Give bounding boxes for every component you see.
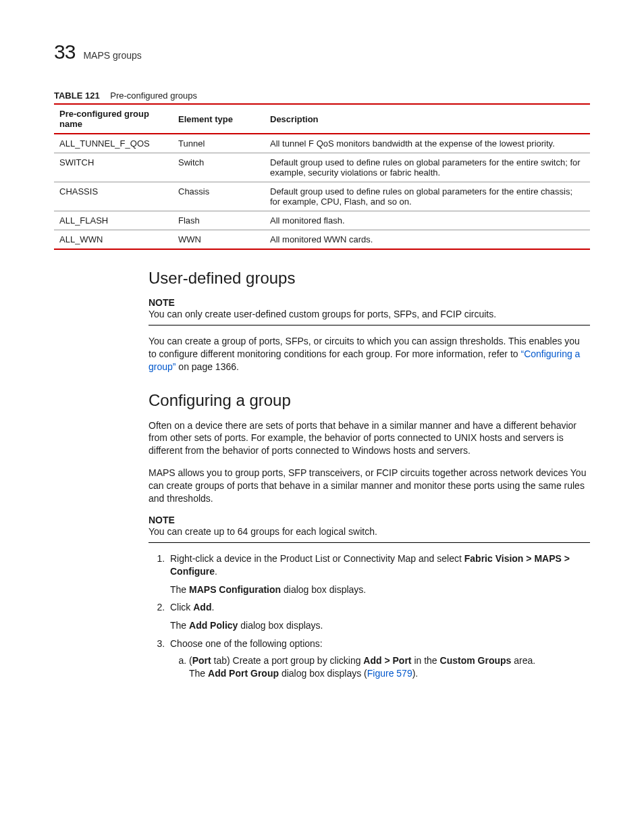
substep-a: (Port tab) Create a port group by clicki…: [189, 654, 590, 680]
cell-name: ALL_FLASH: [54, 211, 173, 230]
ui-name: MAPS Configuration: [189, 584, 281, 595]
text: .: [215, 566, 217, 577]
preconfigured-groups-table: Pre-configured group name Element type D…: [54, 103, 590, 250]
xref-figure-579[interactable]: Figure 579: [367, 668, 412, 679]
table-col-name: Pre-configured group name: [54, 104, 173, 134]
text: ).: [412, 668, 419, 679]
heading-user-defined-groups: User-defined groups: [149, 269, 590, 288]
table-col-desc: Description: [265, 104, 590, 134]
step-3: Choose one of the following options: (Po…: [167, 637, 590, 680]
note-text: You can create up to 64 groups for each …: [149, 525, 590, 538]
cell-type: Switch: [173, 153, 265, 182]
ui-name: Custom Groups: [440, 655, 512, 666]
text: Right-click a device in the Product List…: [170, 553, 464, 564]
chapter-number: 33: [54, 41, 75, 63]
paragraph: MAPS allows you to group ports, SFP tran…: [149, 467, 590, 505]
text: dialog box displays.: [281, 584, 366, 595]
text: Click: [170, 602, 193, 613]
text: Choose one of the following options:: [170, 638, 323, 649]
ui-name: Add Policy: [189, 620, 238, 631]
text: The: [189, 668, 208, 679]
cell-type: Tunnel: [173, 134, 265, 153]
paragraph: You can create a group of ports, SFPs, o…: [149, 335, 590, 373]
table-col-type: Element type: [173, 104, 265, 134]
chapter-title: MAPS groups: [83, 50, 141, 61]
step-result: The Add Port Group dialog box displays (…: [189, 667, 590, 680]
cell-name: ALL_TUNNEL_F_QOS: [54, 134, 173, 153]
table-header-row: Pre-configured group name Element type D…: [54, 104, 590, 134]
text: You can create a group of ports, SFPs, o…: [149, 336, 580, 359]
note-label: NOTE: [149, 297, 590, 308]
step-result: The MAPS Configuration dialog box displa…: [170, 583, 590, 596]
table-row: ALL_WWN WWN All monitored WWN cards.: [54, 230, 590, 250]
table-row: CHASSIS Chassis Default group used to de…: [54, 182, 590, 211]
cell-desc: Default group used to define rules on gl…: [265, 153, 590, 182]
text: in the: [412, 655, 440, 666]
heading-configuring-a-group: Configuring a group: [149, 391, 590, 410]
table-caption-text: Pre-configured groups: [110, 90, 197, 101]
text: on page 1366.: [176, 361, 238, 372]
text: area.: [511, 655, 535, 666]
table-row: ALL_TUNNEL_F_QOS Tunnel All tunnel F QoS…: [54, 134, 590, 153]
step-2: Click Add. The Add Policy dialog box dis…: [167, 601, 590, 632]
table-row: SWITCH Switch Default group used to defi…: [54, 153, 590, 182]
text: dialog box displays.: [238, 620, 323, 631]
procedure-steps: Right-click a device in the Product List…: [149, 552, 590, 680]
table-row: ALL_FLASH Flash All monitored flash.: [54, 211, 590, 230]
step-result: The Add Policy dialog box displays.: [170, 619, 590, 632]
ui-name: Port: [192, 655, 211, 666]
cell-type: Flash: [173, 211, 265, 230]
paragraph: Often on a device there are sets of port…: [149, 419, 590, 458]
running-header: 33 MAPS groups: [54, 41, 590, 63]
cell-name: ALL_WWN: [54, 230, 173, 250]
cell-desc: All tunnel F QoS monitors bandwidth at t…: [265, 134, 590, 153]
note-block: NOTE You can create up to 64 groups for …: [149, 515, 590, 543]
text: tab) Create a port group by clicking: [211, 655, 364, 666]
cell-desc: Default group used to define rules on gl…: [265, 182, 590, 211]
ui-name: Add: [193, 602, 211, 613]
text: .: [211, 602, 214, 613]
ui-path: Add > Port: [363, 655, 411, 666]
table-caption: TABLE 121 Pre-configured groups: [54, 90, 590, 101]
note-label: NOTE: [149, 515, 590, 525]
text: dialog box displays (: [279, 668, 367, 679]
cell-desc: All monitored WWN cards.: [265, 230, 590, 250]
cell-name: CHASSIS: [54, 182, 173, 211]
text: The: [170, 620, 189, 631]
cell-type: Chassis: [173, 182, 265, 211]
note-block: NOTE You can only create user-defined cu…: [149, 297, 590, 325]
text: The: [170, 584, 189, 595]
note-text: You can only create user-defined custom …: [149, 308, 590, 321]
table-caption-label: TABLE 121: [54, 90, 100, 101]
substeps: (Port tab) Create a port group by clicki…: [170, 654, 590, 680]
cell-name: SWITCH: [54, 153, 173, 182]
step-1: Right-click a device in the Product List…: [167, 552, 590, 596]
cell-desc: All monitored flash.: [265, 211, 590, 230]
cell-type: WWN: [173, 230, 265, 250]
ui-name: Add Port Group: [208, 668, 279, 679]
